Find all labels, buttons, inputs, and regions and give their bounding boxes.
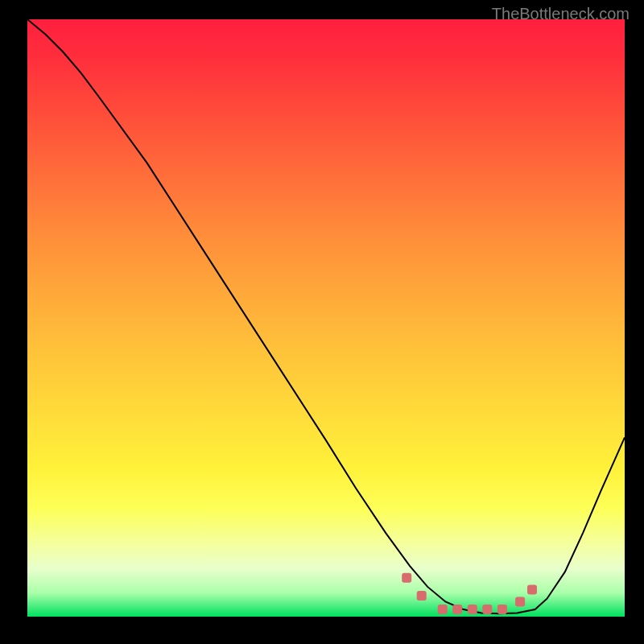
chart-plot-area	[27, 19, 625, 617]
marker-point	[482, 605, 492, 614]
chart-markers-svg	[27, 19, 625, 617]
marker-group	[402, 573, 537, 614]
marker-point	[497, 605, 507, 614]
marker-point	[527, 585, 537, 595]
marker-point	[438, 605, 448, 614]
watermark-text: TheBottleneck.com	[492, 5, 630, 23]
marker-point	[515, 597, 525, 606]
marker-point	[452, 605, 462, 614]
marker-point	[417, 591, 427, 601]
marker-point	[468, 605, 477, 614]
marker-point	[402, 573, 411, 583]
